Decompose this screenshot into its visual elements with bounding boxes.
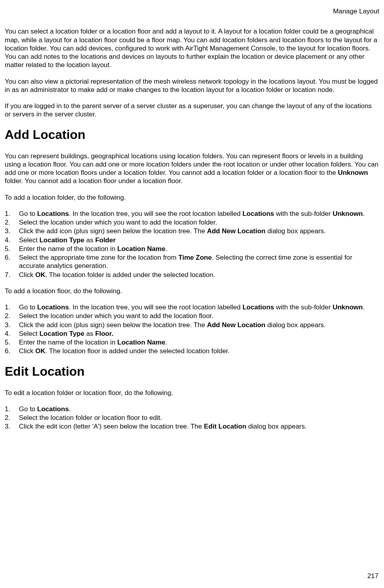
text: with the sub-folder xyxy=(274,210,332,217)
text: You can represent buildings, geographica… xyxy=(5,152,378,177)
bold-ok: OK xyxy=(35,271,46,279)
list-item: Click the edit icon (letter 'A') seen be… xyxy=(5,422,379,431)
text: folder. You cannot add a location floor … xyxy=(5,177,183,185)
list-item: Go to Locations. xyxy=(5,405,379,413)
bold-locations: Locations xyxy=(37,303,69,311)
list-item: Select the appropriate time zone for the… xyxy=(5,253,379,270)
text: Go to xyxy=(19,405,37,413)
add-location-heading: Add Location xyxy=(5,127,379,142)
text: Click xyxy=(19,271,35,279)
edit-location-lead: To edit a location folder or location fl… xyxy=(5,389,379,397)
text: Select the appropriate time zone for the… xyxy=(19,254,178,261)
bold-unknown: Unknown xyxy=(338,169,368,176)
text: . In the location tree, you will see the… xyxy=(69,303,242,311)
text: as xyxy=(84,236,95,244)
bold-locations: Locations xyxy=(37,210,69,217)
text: Click the edit icon (letter 'A') seen be… xyxy=(19,423,204,430)
text: with the sub-folder xyxy=(274,303,332,311)
text: dialog box appears. xyxy=(265,227,326,235)
text: as xyxy=(84,330,95,337)
text: Enter the name of the location in xyxy=(19,339,117,346)
text: dialog box appears. xyxy=(265,321,326,329)
bold-location-type: Location Type xyxy=(39,236,84,244)
text: Select xyxy=(19,236,39,244)
add-floor-lead: To add a location floor, do the followin… xyxy=(5,287,379,295)
list-item: Click the add icon (plus sign) seen belo… xyxy=(5,321,379,329)
bold-location-type: Location Type xyxy=(39,330,84,337)
bold-edit-location: Edit Location xyxy=(204,423,246,430)
add-location-intro: You can represent buildings, geographica… xyxy=(5,152,379,185)
list-item: Select the location under which you want… xyxy=(5,312,379,320)
add-folder-steps: Go to Locations. In the location tree, y… xyxy=(5,210,379,279)
bold-location-name: Location Name xyxy=(117,245,166,253)
text: Click xyxy=(19,347,35,355)
list-item: Go to Locations. In the location tree, y… xyxy=(5,303,379,311)
text: . In the location tree, you will see the… xyxy=(69,210,242,217)
bold-locations: Locations xyxy=(242,210,274,217)
list-item: Enter the name of the location in Locati… xyxy=(5,245,379,253)
bold-unknown: Unknown xyxy=(333,303,363,311)
list-item: Select the location under which you want… xyxy=(5,218,379,227)
bold-unknown: Unknown xyxy=(333,210,363,217)
text: Select xyxy=(19,330,39,337)
bold-location-name: Location Name xyxy=(117,339,166,346)
text: . xyxy=(363,210,365,217)
text: . The location folder is added under the… xyxy=(45,271,215,279)
text: Go to xyxy=(19,303,37,311)
list-item: Select the location folder or location f… xyxy=(5,414,379,422)
list-item: Click OK. The location floor is added un… xyxy=(5,347,379,355)
text: Click the add icon (plus sign) seen belo… xyxy=(19,227,207,235)
add-floor-steps: Go to Locations. In the location tree, y… xyxy=(5,303,379,356)
bold-add-new-location: Add New Location xyxy=(207,321,265,329)
text: dialog box appears. xyxy=(246,423,307,430)
intro-paragraph-1: You can select a location folder or a lo… xyxy=(5,27,379,69)
bold-time-zone: Time Zone xyxy=(178,254,212,261)
text: . The location floor is added under the … xyxy=(45,347,230,355)
intro-paragraph-3: If you are logged in to the parent serve… xyxy=(5,102,379,119)
list-item: Click OK. The location folder is added u… xyxy=(5,271,379,279)
bold-locations: Locations xyxy=(242,303,274,311)
bold-locations: Locations xyxy=(37,405,69,413)
text: . xyxy=(69,405,71,413)
list-item: Go to Locations. In the location tree, y… xyxy=(5,210,379,218)
bold-floor: Floor. xyxy=(95,330,113,337)
text: . xyxy=(165,245,167,253)
list-item: Select Location Type as Folder xyxy=(5,236,379,244)
list-item: Click the add icon (plus sign) seen belo… xyxy=(5,227,379,235)
text: Go to xyxy=(19,210,37,217)
header-section-title: Manage Layout xyxy=(5,7,379,15)
list-item: Select Location Type as Floor. xyxy=(5,330,379,338)
intro-paragraph-2: You can also view a pictorial representa… xyxy=(5,77,379,94)
page-number: 217 xyxy=(367,572,378,580)
bold-ok: OK xyxy=(35,347,46,355)
text: . xyxy=(363,303,365,311)
add-folder-lead: To add a location folder, do the followi… xyxy=(5,193,379,202)
text: . xyxy=(165,339,167,346)
bold-folder: Folder xyxy=(95,236,116,244)
text: Enter the name of the location in xyxy=(19,245,117,253)
edit-location-steps: Go to Locations. Select the location fol… xyxy=(5,405,379,431)
text: Click the add icon (plus sign) seen belo… xyxy=(19,321,207,329)
edit-location-heading: Edit Location xyxy=(5,363,379,379)
bold-add-new-location: Add New Location xyxy=(207,227,265,235)
list-item: Enter the name of the location in Locati… xyxy=(5,338,379,346)
